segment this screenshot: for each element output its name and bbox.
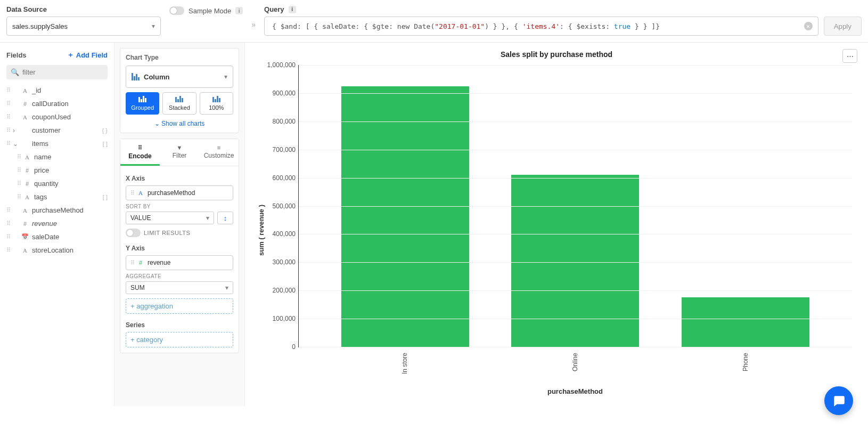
field-callDuration[interactable]: ⠿#callDuration <box>4 97 110 110</box>
type-icon: # <box>21 101 29 107</box>
field-name: items <box>32 140 100 148</box>
type-icon: # <box>21 221 29 227</box>
chevron-down-icon: ▾ <box>206 214 209 222</box>
chart-title: Sales split by purchase method <box>256 50 857 59</box>
field-storeLocation[interactable]: ⠿AstoreLocation <box>4 244 110 257</box>
bars-icon <box>212 96 220 102</box>
sort-direction-button[interactable]: ↕ <box>217 212 233 224</box>
subtype-grouped[interactable]: Grouped <box>126 92 159 115</box>
info-icon[interactable]: i <box>289 6 296 13</box>
grip-icon: ⠿ <box>6 127 10 134</box>
field-saleDate[interactable]: ⠿📅saleDate <box>4 230 110 244</box>
subtype-100%[interactable]: 100% <box>200 92 233 115</box>
field-name: tags <box>34 193 100 201</box>
add-field-button[interactable]: ＋ Add Field <box>67 50 108 60</box>
double-chevron-icon: » <box>251 5 256 29</box>
tab-filter[interactable]: ▼Filter <box>160 139 199 166</box>
grid-line <box>299 234 852 234</box>
data-source-select[interactable]: sales.supplySales ▾ <box>6 17 161 36</box>
type-icon: A <box>21 247 29 254</box>
column-chart-icon <box>132 73 140 80</box>
grid-line <box>299 290 852 291</box>
grip-icon: ⠿ <box>17 167 20 174</box>
x-tick-label: In store <box>401 353 408 374</box>
tab-label: Filter <box>173 152 187 159</box>
grip-icon: ⠿ <box>17 153 20 160</box>
x-tick-row: In storeOnlinePhone <box>298 353 852 374</box>
tab-encode[interactable]: ⠿Encode <box>120 139 160 166</box>
sample-mode-toggle[interactable] <box>169 6 184 15</box>
grid-line <box>299 206 852 207</box>
chart-type-select[interactable]: Column ▾ <box>126 66 233 88</box>
field-revenue[interactable]: ⠿#revenue <box>4 217 110 230</box>
bar-phone[interactable] <box>682 297 809 347</box>
plot-area: 0100,000200,000300,000400,000500,000600,… <box>298 65 852 347</box>
subtype-stacked[interactable]: Stacked <box>162 92 196 115</box>
add-category-button[interactable]: + category <box>126 332 233 347</box>
field-customer[interactable]: ⠿›customer{ } <box>4 124 110 137</box>
field-name: name <box>34 153 108 161</box>
plus-icon: ＋ <box>67 50 74 60</box>
show-all-charts-label: Show all charts <box>161 120 204 127</box>
grip-icon: ⠿ <box>6 220 10 227</box>
grid-line <box>299 93 852 94</box>
field-list: ⠿A_id⠿#callDuration⠿AcouponUsed⠿›custome… <box>4 84 110 257</box>
aggregate-value: SUM <box>130 284 145 291</box>
field-couponUsed[interactable]: ⠿AcouponUsed <box>4 110 110 124</box>
query-input[interactable]: { $and: [ { saleDate: { $gte: new Date("… <box>264 17 818 36</box>
grip-icon: ⠿ <box>6 87 10 94</box>
fields-filter-input[interactable] <box>22 68 112 76</box>
bar-online[interactable] <box>511 175 639 347</box>
fields-filter-box[interactable]: 🔍 <box>6 65 108 79</box>
add-field-label: Add Field <box>76 51 108 59</box>
chevron-down-icon: ▾ <box>224 73 227 80</box>
clear-query-button[interactable]: ✕ <box>804 22 813 30</box>
field-_id[interactable]: ⠿A_id <box>4 84 110 97</box>
field-purchaseMethod[interactable]: ⠿ApurchaseMethod <box>4 204 110 217</box>
type-icon: A <box>23 154 31 160</box>
field-tags[interactable]: ⠿Atags[ ] <box>4 190 110 204</box>
field-name: customer <box>32 126 99 134</box>
y-axis-field-chip[interactable]: ⠿ # revenue <box>126 255 233 270</box>
chart-menu-button[interactable]: ⋯ <box>842 49 857 63</box>
info-icon[interactable]: i <box>235 7 243 14</box>
grip-icon: ⠿ <box>6 247 10 254</box>
sort-icon: ↕ <box>224 214 227 222</box>
type-icon: A <box>21 114 29 120</box>
field-name: purchaseMethod <box>32 206 108 214</box>
y-tick-label: 1,000,000 <box>267 61 299 69</box>
type-icon: A <box>23 194 31 200</box>
tab-customize[interactable]: ≡Customize <box>199 139 239 166</box>
grid-line <box>299 319 852 319</box>
subtype-label: Grouped <box>131 104 154 111</box>
data-source-label-text: Data Source <box>6 5 47 13</box>
x-axis-field-chip[interactable]: ⠿ A purchaseMethod <box>126 185 233 200</box>
limit-results-toggle[interactable] <box>126 229 141 237</box>
x-tick-label: Online <box>571 353 579 374</box>
y-tick-label: 200,000 <box>273 287 299 294</box>
field-items[interactable]: ⠿⌄items[ ] <box>4 137 110 150</box>
bar-in-store[interactable] <box>341 86 469 347</box>
subtype-label: 100% <box>209 104 224 111</box>
show-all-charts-link[interactable]: ⌄ Show all charts <box>126 120 233 127</box>
apply-button[interactable]: Apply <box>824 17 862 36</box>
field-name[interactable]: ⠿Aname <box>4 150 110 164</box>
y-tick-label: 700,000 <box>273 146 299 153</box>
y-tick-label: 800,000 <box>273 118 299 125</box>
aggregate-label: AGGREGATE <box>126 273 233 279</box>
expand-icon: ⌄ <box>13 140 18 148</box>
sort-by-select[interactable]: VALUE ▾ <box>126 212 214 224</box>
field-price[interactable]: ⠿#price <box>4 164 110 177</box>
field-tail: [ ] <box>103 194 108 200</box>
field-quantity[interactable]: ⠿#quantity <box>4 177 110 190</box>
aggregate-select[interactable]: SUM ▾ <box>126 281 233 294</box>
y-axis-title: sum ( revenue ) <box>257 205 265 256</box>
grid-line <box>299 65 852 66</box>
tab-icon: ⠿ <box>138 144 142 151</box>
subtype-label: Stacked <box>169 104 190 111</box>
data-source-block: Data Source sales.supplySales ▾ <box>6 5 161 36</box>
string-type-icon: A <box>137 190 144 196</box>
add-aggregation-button[interactable]: + aggregation <box>126 298 233 314</box>
field-tail: { } <box>102 127 108 134</box>
x-axis-field: purchaseMethod <box>148 189 195 197</box>
